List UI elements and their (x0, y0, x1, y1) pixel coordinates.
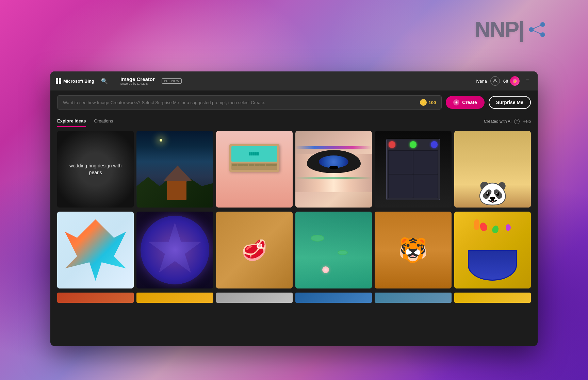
grid-item-bowl[interactable] (454, 212, 531, 288)
svg-text:⚡: ⚡ (513, 79, 517, 83)
partial-item-3[interactable] (216, 293, 293, 303)
prompt-bar: Want to see how Image Creator works? Sel… (50, 90, 538, 114)
svg-point-1 (529, 27, 534, 32)
bing-logo[interactable]: Microsoft Bing (56, 78, 94, 84)
create-label: Create (462, 100, 477, 105)
coin-icon[interactable]: ⚡ (510, 76, 520, 86)
surprise-button[interactable]: Surprise Me (489, 96, 531, 109)
user-name: Ivana (476, 79, 487, 84)
tabs-area: Explore ideas Creations Created with AI … (50, 114, 538, 127)
prompt-input-container[interactable]: Want to see how Image Creator works? Sel… (57, 95, 442, 110)
tiger-emoji: 🐯 (398, 238, 428, 262)
svg-line-4 (531, 30, 542, 35)
help-icon[interactable]: ? (514, 119, 520, 124)
dalle-label: powered by DALL·E (120, 82, 155, 85)
grid-item-cabin[interactable] (136, 131, 213, 208)
menu-icon[interactable]: ≡ (523, 76, 532, 86)
grid-item-tiger[interactable]: 🐯 (375, 212, 451, 288)
tab-creations[interactable]: Creations (94, 116, 113, 127)
header-divider (115, 76, 115, 86)
browser-window: Microsoft Bing 🔍 Image Creator powered b… (50, 71, 538, 346)
preview-badge: PREVIEW (162, 78, 182, 84)
grid-row3-partial (50, 293, 538, 305)
boost-icon: ⚡ (420, 99, 427, 106)
svg-point-0 (540, 22, 545, 27)
partial-item-1[interactable] (57, 293, 134, 303)
wand-icon: ✦ (453, 99, 459, 105)
svg-point-2 (540, 32, 545, 37)
partial-item-5[interactable] (375, 293, 451, 303)
coin-count: 60 (503, 79, 508, 84)
boost-count: 100 (429, 100, 436, 105)
grid-item-robot[interactable] (375, 131, 451, 208)
svg-line-3 (531, 24, 542, 30)
nnp-logo-area: NNP| (475, 17, 547, 42)
grid-item-eye[interactable] (295, 131, 372, 208)
created-with-ai-label: Created with AI (484, 119, 511, 124)
help-label[interactable]: Help (522, 119, 531, 124)
tabs: Explore ideas Creations (57, 116, 113, 127)
partial-item-6[interactable] (454, 293, 531, 303)
grid-item-wedding-ring[interactable]: wedding ring design with pearls (57, 131, 134, 208)
grid-item-panda[interactable]: 🐼 (454, 131, 531, 208)
grid-item-computer[interactable]: ▊▊▊▊▊ (216, 131, 293, 208)
image-creator-brand: Image Creator powered by DALL·E (120, 77, 155, 86)
app-title: Image Creator (120, 77, 155, 82)
user-area: Ivana 60 ⚡ ≡ (476, 76, 532, 86)
prompt-placeholder: Want to see how Image Creator works? Sel… (63, 100, 265, 105)
image-grid-row1: wedding ring design with pearls ▊▊▊▊▊ (50, 127, 538, 212)
grid-item-fox[interactable] (57, 212, 134, 288)
wedding-ring-label: wedding ring design with pearls (63, 163, 128, 176)
app-header: Microsoft Bing 🔍 Image Creator powered b… (50, 71, 538, 90)
grid-item-flower[interactable] (136, 212, 213, 288)
surprise-label: Surprise Me (496, 100, 523, 105)
image-grid-row2: 🥩 🐯 (50, 212, 538, 292)
tab-right-info: Created with AI ? Help (484, 119, 531, 124)
search-icon[interactable]: 🔍 (100, 77, 109, 86)
user-avatar[interactable] (490, 76, 500, 86)
bing-grid-icon (56, 78, 61, 84)
share-icon (527, 21, 547, 38)
bing-name: Microsoft Bing (63, 79, 94, 84)
boost-area: ⚡ 100 (420, 99, 436, 106)
create-button[interactable]: ✦ Create (446, 96, 485, 109)
tab-explore[interactable]: Explore ideas (57, 116, 86, 127)
partial-item-4[interactable] (295, 293, 372, 303)
grid-item-food[interactable]: 🥩 (216, 212, 293, 288)
grid-item-pond[interactable] (295, 212, 372, 288)
logo-text: NNP| (475, 17, 524, 42)
partial-item-2[interactable] (136, 293, 213, 303)
panda-emoji: 🐼 (478, 181, 507, 205)
coin-area: 60 ⚡ (503, 76, 520, 86)
